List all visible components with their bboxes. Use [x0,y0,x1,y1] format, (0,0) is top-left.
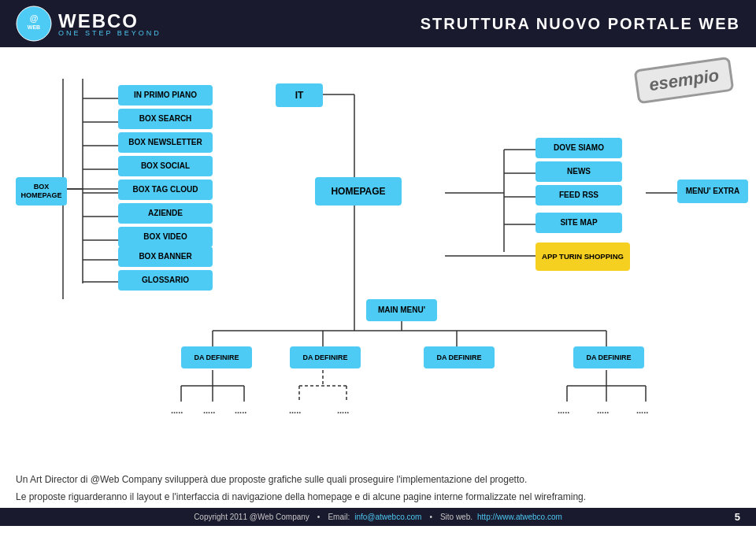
footer-copyright: Copyright 2011 @Web Company [194,513,309,521]
dots-7: ..... [597,405,609,415]
logo-icon: @ WEB CO [16,6,52,42]
svg-text:CO: CO [31,31,37,36]
footer-bullet1: • [317,513,321,521]
box-video: BOX VIDEO [118,227,213,247]
glossario: GLOSSARIO [118,270,213,291]
logo-area: @ WEB CO WEBCO ONE STEP BEYOND [16,6,161,42]
svg-text:WEB: WEB [28,24,40,30]
da-definire-4: DA DEFINIRE [573,346,644,368]
app-turin-shopping: APP TURIN SHOPPING [536,243,630,271]
footer-site-label: Sito web. [440,513,472,521]
logo-text: WEBCO [58,10,139,31]
footer-email-label: Email: [328,513,350,521]
footer-site-url[interactable]: http://www.atwebco.com [477,513,562,521]
feed-rss: FEED RSS [536,185,622,206]
dots-6: ..... [558,405,569,415]
in-primo-piano: IN PRIMO PIANO [118,85,213,106]
svg-text:@: @ [30,13,39,23]
box-homepage-label: BOX HOMEPAGE [16,177,67,206]
dots-4: ..... [289,405,301,415]
box-banner: BOX BANNER [118,246,213,267]
dots-5: ..... [337,405,349,415]
esempio-stamp: esempio [633,57,734,105]
news: NEWS [536,161,622,182]
homepage-box: HOMEPAGE [315,177,402,206]
site-map: SITE MAP [536,213,622,233]
footer-page-number: 5 [735,511,740,523]
da-definire-3: DA DEFINIRE [424,346,495,368]
footer-bullet2: • [429,513,432,521]
footer-email[interactable]: info@atwebco.com [354,513,421,521]
logo-subtext: ONE STEP BEYOND [58,29,161,37]
header: @ WEB CO WEBCO ONE STEP BEYOND STRUTTURA… [0,0,756,47]
dots-3: ..... [235,405,246,415]
da-definire-2: DA DEFINIRE [290,346,361,368]
main-menu: MAIN MENU' [366,299,437,321]
dots-1: ..... [171,405,183,415]
aziende: AZIENDE [118,203,213,224]
it-box: IT [276,83,323,107]
page-title: STRUTTURA NUOVO PORTALE WEB [421,15,740,33]
dove-siamo: DOVE SIAMO [536,138,622,158]
dots-2: ..... [203,405,215,415]
da-definire-1: DA DEFINIRE [181,346,252,368]
box-tag-cloud: BOX TAG CLOUD [118,180,213,200]
footer: Copyright 2011 @Web Company • Email: inf… [0,508,756,526]
menu-extra: MENU' EXTRA [677,180,748,203]
diagram-area: BOX HOMEPAGE IN PRIMO PIANO BOX SEARCH B… [16,55,740,465]
box-newsletter: BOX NEWSLETTER [118,132,213,153]
body-para1: Un Art Director di @Web Company sviluppe… [16,472,740,487]
box-search: BOX SEARCH [118,109,213,129]
main-content: BOX HOMEPAGE IN PRIMO PIANO BOX SEARCH B… [0,47,756,465]
box-social: BOX SOCIAL [118,156,213,176]
body-para2: Le proposte riguarderanno il layout e l'… [16,490,740,504]
body-text: Un Art Director di @Web Company sviluppe… [0,465,756,508]
dots-8: ..... [636,405,648,415]
